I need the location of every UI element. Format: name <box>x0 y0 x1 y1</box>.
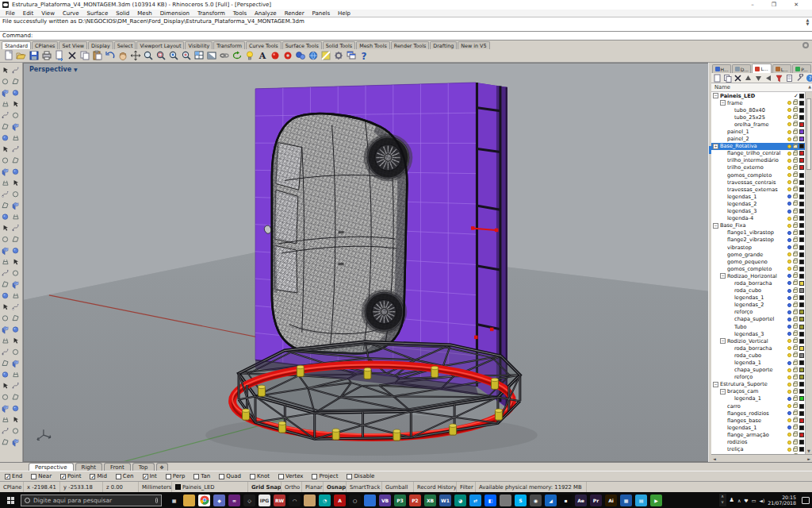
layer-color-swatch[interactable] <box>799 101 804 106</box>
layer-row[interactable]: travessas_externas <box>711 186 805 193</box>
layer-color-swatch[interactable] <box>799 180 804 185</box>
layer-color-swatch[interactable] <box>799 418 804 423</box>
layer-visibility-bulb-icon[interactable] <box>787 144 791 148</box>
taskbar-after-effects[interactable]: Ae <box>575 495 587 506</box>
checkbox-perp[interactable] <box>166 474 171 479</box>
layer-row[interactable]: −Conjunto_Acionamento <box>711 453 805 454</box>
taskbar-blue-app[interactable] <box>364 495 376 506</box>
layer-visibility-bulb-icon[interactable] <box>787 194 791 198</box>
menu-surface[interactable]: Surface <box>83 10 113 17</box>
layer-lock-icon[interactable] <box>793 187 798 191</box>
status-millimeters[interactable]: Millimeters <box>139 482 172 492</box>
layer-row[interactable]: roda_borracha <box>711 279 805 287</box>
layer-lock-icon[interactable] <box>793 101 798 105</box>
viewport-tab-perspective[interactable]: Perspective <box>29 463 74 471</box>
restore-button[interactable]: ❐ <box>772 2 776 8</box>
ribbon-tab-set-view[interactable]: Set View <box>59 41 87 49</box>
status-planar[interactable]: Planar <box>302 482 324 492</box>
menu-view[interactable]: View <box>37 10 59 17</box>
layer-row[interactable]: legendas_3 <box>711 330 805 337</box>
layer-visibility-bulb-icon[interactable] <box>787 332 791 336</box>
taskbar-publisher[interactable]: P3 <box>394 495 406 506</box>
layer-row[interactable]: tubo_80x40 <box>711 106 805 114</box>
layer-color-swatch[interactable] <box>799 129 804 134</box>
layer-row[interactable]: painel_2 <box>711 136 805 143</box>
layer-color-swatch[interactable] <box>799 274 804 279</box>
ribbon-tab-surface-tools[interactable]: Surface Tools <box>282 41 322 49</box>
layer-lock-icon[interactable] <box>793 318 798 321</box>
taskbar-visual-studio[interactable]: ∞ <box>228 495 240 506</box>
layer-lock-icon[interactable] <box>793 361 798 365</box>
viewport-layout-icon[interactable] <box>193 50 205 61</box>
minimize-button[interactable]: – <box>751 2 754 8</box>
layer-row[interactable]: legenda_1 <box>711 395 805 402</box>
taskbar-city-app[interactable]: ▦ <box>620 495 632 506</box>
layer-row[interactable]: rodizios <box>711 439 805 446</box>
layer-visibility-bulb-icon[interactable] <box>787 281 791 285</box>
material-icon[interactable] <box>320 50 331 61</box>
layer-row[interactable]: −Paineis_LED✓ <box>711 92 805 99</box>
layer-color-swatch[interactable] <box>799 396 804 401</box>
status-osnap[interactable]: Osnap <box>324 482 347 492</box>
status-available-physical-memory-11922-mb[interactable]: Available physical memory: 11922 MB <box>476 482 587 492</box>
export-doc-icon[interactable] <box>53 50 65 61</box>
layer-visibility-bulb-icon[interactable] <box>787 187 791 191</box>
print-icon[interactable] <box>40 50 52 61</box>
layer-lock-icon[interactable] <box>793 303 798 307</box>
layer-color-swatch[interactable] <box>799 230 804 235</box>
layer-visibility-bulb-icon[interactable] <box>787 318 791 321</box>
layer-row[interactable]: −Estrutura_Suporte <box>711 381 805 388</box>
layer-color-swatch[interactable] <box>799 237 804 242</box>
layer-visibility-bulb-icon[interactable] <box>787 289 791 293</box>
spheres-icon[interactable] <box>294 50 306 61</box>
menu-render[interactable]: Render <box>281 10 308 17</box>
save-icon[interactable] <box>28 50 40 61</box>
layer-row[interactable]: legendas_3 <box>711 208 805 215</box>
layer-visibility-bulb-icon[interactable] <box>787 353 791 357</box>
taskbar-excel[interactable]: XB <box>424 495 436 506</box>
open-folder-icon[interactable] <box>15 50 27 61</box>
layer-visibility-bulb-icon[interactable] <box>787 346 791 350</box>
zoom-icon[interactable] <box>142 50 154 61</box>
report-icon[interactable] <box>785 74 794 83</box>
menu-help[interactable]: Help <box>334 10 354 17</box>
panel-tab-properties[interactable]: P... <box>792 64 811 73</box>
taskbar-word[interactable]: W1 <box>439 495 451 506</box>
layer-lock-icon[interactable] <box>793 425 798 429</box>
expand-toggle-icon[interactable]: − <box>713 93 718 98</box>
layer-lock-icon[interactable] <box>793 173 798 177</box>
layer-row[interactable]: −Rodizio_Vertical <box>711 337 805 344</box>
menu-tools[interactable]: Tools <box>229 10 251 17</box>
menu-panels[interactable]: Panels <box>308 10 335 17</box>
layer-color-swatch[interactable] <box>799 332 804 337</box>
cascade-icon[interactable] <box>345 50 357 61</box>
layer-color-swatch[interactable] <box>799 425 804 430</box>
layer-visibility-bulb-icon[interactable] <box>787 274 791 278</box>
layer-visibility-bulb-icon[interactable] <box>787 210 791 214</box>
menu-transform[interactable]: Transform <box>193 10 229 17</box>
layer-row[interactable]: Tubo <box>711 323 805 330</box>
close-button[interactable]: ✕ <box>794 2 799 8</box>
panel-tab-history[interactable]: H... <box>712 64 731 73</box>
ribbon-tab-cplanes[interactable]: CPlanes <box>32 41 58 49</box>
checkbox-quad[interactable] <box>219 474 224 479</box>
layer-lock-icon[interactable] <box>793 274 798 278</box>
layer-row[interactable]: roda_borracha <box>711 344 805 352</box>
layer-color-swatch[interactable] <box>799 295 804 300</box>
text-icon[interactable]: A <box>256 50 268 61</box>
status-paineis-led[interactable]: Paineis_LED <box>172 482 248 492</box>
tray-user-icon[interactable]: ♟ <box>730 497 734 503</box>
taskbar-sketch-app[interactable] <box>304 495 316 506</box>
layer-row[interactable]: legendas_1 <box>711 424 805 431</box>
osnap-disable[interactable]: Disable <box>347 473 374 479</box>
osnap-cen[interactable]: Cen <box>116 473 134 479</box>
layer-color-swatch[interactable] <box>799 158 804 163</box>
layer-lock-icon[interactable] <box>793 202 798 206</box>
layer-color-swatch[interactable] <box>799 404 804 409</box>
layer-color-swatch[interactable] <box>799 310 804 314</box>
osnap-mid[interactable]: ✓Mid <box>90 473 106 479</box>
ribbon-tab-display[interactable]: Display <box>88 41 113 49</box>
layer-row[interactable]: vibrastop <box>711 244 805 251</box>
osnap-end[interactable]: ✓End <box>5 473 22 479</box>
layer-row[interactable]: tubo_25x25 <box>711 114 805 121</box>
